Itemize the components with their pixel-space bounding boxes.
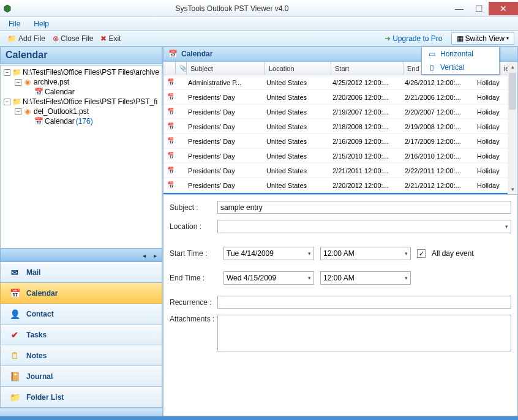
row-subject: Presidents' Day [184, 136, 263, 147]
col-location[interactable]: Location [265, 62, 331, 75]
left-footer [0, 408, 162, 416]
tree-label: Calendar [45, 117, 75, 126]
tree-collapse-icon[interactable]: − [15, 108, 21, 115]
calendar-icon: 📅 [34, 117, 43, 126]
nav-folder-list[interactable]: 📁 Folder List [0, 387, 162, 408]
switch-view-button[interactable]: ▦ Switch View ▾ [451, 32, 514, 45]
tree-label: Calendar [45, 88, 75, 96]
tree-node-calendar-1[interactable]: 📅 Calendar [2, 87, 162, 97]
location-select[interactable]: ▾ [217, 220, 511, 233]
table-row[interactable]: 📅Presidents' DayUnited States2/19/2007 1… [163, 105, 517, 119]
table-row[interactable]: 📅sample entry4/14/2009 12:00:...4/15/200… [163, 193, 517, 195]
calendar-icon: 📅 [34, 88, 43, 96]
nav-label: Contact [26, 310, 54, 318]
row-location: United States [263, 92, 329, 103]
row-subject: Presidents' Day [184, 121, 263, 132]
calendar-icon: 📅 [168, 50, 178, 58]
row-attach [173, 154, 184, 158]
nav-right-icon[interactable]: ▸ [151, 251, 159, 260]
nav-left-icon[interactable]: ◂ [140, 251, 148, 260]
start-date-select[interactable]: Tue 4/14/2009 ▾ [223, 247, 314, 260]
table-row[interactable]: 📅Presidents' DayUnited States2/16/2009 1… [163, 134, 517, 149]
tree-node-calendar-2[interactable]: 📅 Calendar (176) [2, 116, 162, 126]
calendar-row-icon: 📅 [163, 165, 173, 176]
table-row[interactable]: 📅Presidents' DayUnited States2/18/2008 1… [163, 119, 517, 134]
attachments-label: Attachments : [170, 315, 217, 323]
row-attach [173, 184, 184, 187]
menubar: File Help [0, 17, 518, 31]
recurrence-input[interactable] [217, 296, 511, 309]
nav-tasks[interactable]: ✔ Tasks [0, 324, 162, 345]
tree-node-archive[interactable]: − ◉ archive.pst [2, 77, 162, 87]
location-label: Location : [170, 222, 217, 231]
scroll-down-icon[interactable]: ▾ [508, 184, 517, 194]
row-start: 4/25/2012 12:00:... [329, 77, 401, 88]
row-subject: Presidents' Day [184, 165, 263, 176]
switch-view-vertical[interactable]: ▯ Vertical [422, 61, 499, 74]
tree-collapse-icon[interactable]: − [4, 99, 10, 105]
row-subject: Presidents' Day [184, 107, 263, 118]
layout-icon: ▦ [457, 34, 464, 43]
table-row[interactable]: 📅Presidents' DayUnited States2/20/2006 1… [163, 90, 517, 105]
row-attach [173, 96, 184, 99]
switch-view-horizontal[interactable]: ▭ Horizontal [422, 47, 499, 61]
all-day-checkbox[interactable]: ✓ [417, 249, 426, 258]
nav-calendar[interactable]: 📅 Calendar [0, 283, 162, 304]
table-row[interactable]: 📅Presidents' DayUnited States2/21/2011 1… [163, 163, 517, 178]
nav-journal[interactable]: 📔 Journal [0, 366, 162, 387]
end-date-select[interactable]: Wed 4/15/2009 ▾ [223, 271, 314, 285]
row-location: United States [263, 180, 329, 191]
nav-label: Tasks [26, 331, 47, 339]
menu-help[interactable]: Help [34, 20, 49, 28]
col-icon[interactable] [163, 62, 176, 75]
col-start[interactable]: Start [331, 62, 404, 75]
start-time-select[interactable]: 12:00 AM ▾ [320, 247, 411, 260]
table-row[interactable]: 📅Presidents' DayUnited States2/20/2012 1… [163, 178, 517, 193]
menu-file[interactable]: File [9, 20, 20, 28]
scroll-thumb[interactable] [509, 73, 516, 110]
minimize-button[interactable]: — [449, 2, 469, 15]
app-icon [0, 4, 15, 13]
folder-tree[interactable]: − 📁 N:\TestFiles\Office Files\PST Files\… [0, 65, 162, 249]
nav-mail[interactable]: ✉ Mail [0, 262, 162, 283]
col-attachment[interactable]: 📎 [176, 62, 187, 75]
tree-collapse-icon[interactable]: − [4, 69, 10, 76]
pst-file-icon: ◉ [23, 78, 32, 86]
col-subject[interactable]: Subject [187, 62, 265, 75]
end-time-select[interactable]: 12:00 AM ▾ [320, 271, 411, 285]
tree-node-root-2[interactable]: − 📁 N:\TestFiles\Office Files\PST Files\… [2, 97, 162, 107]
table-row[interactable]: 📅Administrative P...United States4/25/20… [163, 75, 517, 90]
scroll-up-icon[interactable]: ▴ [508, 62, 517, 72]
table-row[interactable]: 📅Presidents' DayUnited States2/15/2010 1… [163, 149, 517, 163]
right-panel: 📅 Calendar 📎 Subject Location Start End … [163, 47, 518, 416]
table-scrollbar[interactable]: ▴ ▾ [508, 62, 517, 194]
close-file-button[interactable]: ⊗ Close File [49, 33, 97, 44]
tree-label: archive.pst [34, 78, 69, 86]
row-start: 2/21/2011 12:00:... [329, 165, 401, 176]
start-time-value: 12:00 AM [323, 249, 355, 258]
start-time-label: Start Time : [170, 249, 217, 258]
row-end: 2/19/2008 12:00:... [401, 121, 473, 132]
contact-icon: 👤 [9, 309, 20, 319]
row-end: 4/15/2009 12:00:... [401, 195, 473, 195]
nav-notes[interactable]: 🗒 Notes [0, 345, 162, 366]
row-location: United States [263, 151, 329, 162]
calendar-row-icon: 📅 [163, 106, 173, 118]
subject-input[interactable] [217, 201, 511, 214]
add-file-button[interactable]: 📁 Add File [4, 33, 49, 44]
tree-node-del-outlook[interactable]: − ◉ del_Outlook1.pst [2, 107, 162, 116]
attachments-box[interactable] [217, 315, 511, 351]
upgrade-label: Upgrade to Pro [392, 34, 442, 43]
start-date-value: Tue 4/14/2009 [227, 249, 274, 258]
close-button[interactable]: ✕ [489, 2, 518, 15]
upgrade-button[interactable]: ➜ Upgrade to Pro [380, 33, 447, 44]
calendar-row-icon: 📅 [163, 121, 173, 132]
add-file-label: Add File [18, 34, 45, 43]
tree-node-root[interactable]: − 📁 N:\TestFiles\Office Files\PST Files\… [2, 67, 162, 77]
tree-collapse-icon[interactable]: − [15, 79, 21, 86]
nav-contact[interactable]: 👤 Contact [0, 304, 162, 324]
calendar-row-icon: 📅 [163, 179, 173, 191]
calendar-row-icon: 📅 [163, 91, 173, 103]
maximize-button[interactable]: ☐ [469, 2, 489, 15]
exit-button[interactable]: ✖ Exit [97, 33, 124, 44]
